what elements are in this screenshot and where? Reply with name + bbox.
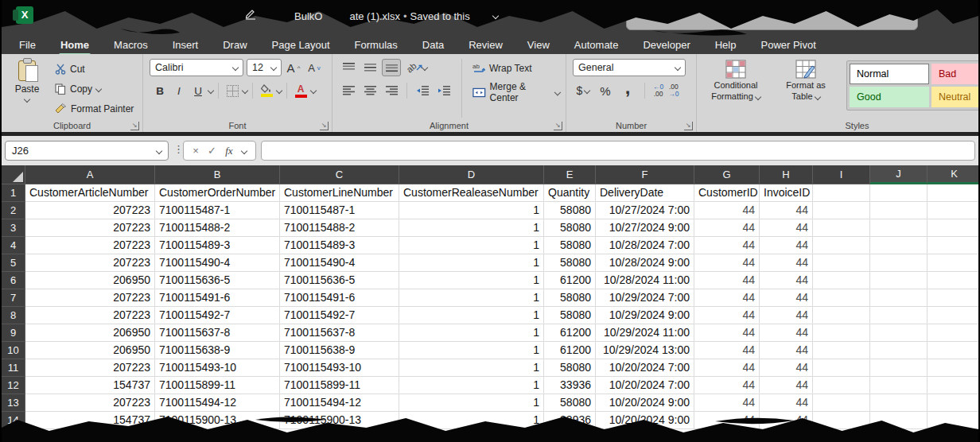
- cell[interactable]: 1: [399, 342, 544, 359]
- cell[interactable]: 206950: [25, 342, 155, 359]
- cell[interactable]: [928, 219, 980, 237]
- cell[interactable]: 207223: [25, 202, 155, 219]
- tab-formulas[interactable]: Formulas: [353, 37, 399, 53]
- conditional-formatting-button[interactable]: Conditional Formatting: [703, 59, 768, 103]
- column-header-b[interactable]: B: [155, 165, 280, 184]
- cell[interactable]: 10/29/2024 9:00: [596, 307, 694, 324]
- tab-power-pivot[interactable]: Power Pivot: [759, 37, 817, 53]
- cell[interactable]: 1: [399, 272, 544, 289]
- cell[interactable]: [928, 272, 980, 289]
- cell[interactable]: 7100115637-8: [280, 324, 399, 342]
- cell[interactable]: 7100115487-1: [280, 202, 399, 219]
- format-as-table-button[interactable]: Format as Table: [773, 59, 838, 103]
- underline-dropdown-chevron-icon[interactable]: [208, 87, 214, 94]
- column-header-e[interactable]: E: [544, 165, 596, 184]
- currency-button[interactable]: $: [574, 82, 592, 99]
- font-size-select[interactable]: 12: [247, 59, 282, 76]
- cell[interactable]: 10/29/2024 11:00: [596, 324, 694, 342]
- cell[interactable]: [870, 219, 928, 237]
- cell[interactable]: 10/29/2024 13:00: [596, 342, 694, 359]
- select-all-corner[interactable]: [2, 165, 25, 184]
- cell[interactable]: 58080: [544, 254, 596, 272]
- cell[interactable]: 58080: [544, 289, 596, 307]
- shrink-font-button[interactable]: Av: [305, 59, 323, 76]
- bold-button[interactable]: B: [151, 82, 169, 99]
- cell[interactable]: 7100115490-4: [280, 254, 399, 272]
- cell[interactable]: CustomerLineNumber: [280, 184, 399, 202]
- tab-page-layout[interactable]: Page Layout: [270, 37, 332, 53]
- cell[interactable]: 1: [399, 237, 544, 254]
- merge-center-button[interactable]: Merge & Center: [470, 83, 562, 102]
- merge-center-chevron-icon[interactable]: [554, 89, 561, 95]
- cell[interactable]: 7100115899-11: [280, 377, 399, 394]
- tab-view[interactable]: View: [526, 37, 551, 53]
- row-header[interactable]: 2: [2, 202, 25, 219]
- cell[interactable]: [928, 184, 980, 202]
- align-center-button[interactable]: [360, 82, 379, 99]
- column-header-i[interactable]: I: [813, 165, 870, 184]
- tab-file[interactable]: File: [18, 37, 37, 53]
- cell[interactable]: 207223: [25, 307, 155, 324]
- cell[interactable]: 58080: [544, 237, 596, 254]
- clipboard-dialog-launcher[interactable]: ↘: [130, 122, 139, 130]
- cell[interactable]: 44: [760, 307, 813, 324]
- tab-insert[interactable]: Insert: [171, 37, 200, 53]
- cell[interactable]: 7100115494-12: [280, 394, 399, 412]
- cell[interactable]: [870, 342, 928, 359]
- cell[interactable]: 207223: [25, 394, 155, 412]
- cell[interactable]: 1: [399, 359, 544, 377]
- cell[interactable]: 1: [399, 324, 544, 342]
- cell[interactable]: [870, 324, 928, 342]
- copy-dropdown-chevron-icon[interactable]: [95, 86, 102, 92]
- cell[interactable]: [813, 412, 870, 429]
- cell[interactable]: 1: [399, 307, 544, 324]
- title-dropdown-chevron-icon[interactable]: [492, 13, 499, 19]
- cell[interactable]: [870, 394, 928, 412]
- cell[interactable]: [813, 237, 870, 254]
- row-header[interactable]: 1: [2, 184, 25, 202]
- decrease-indent-button[interactable]: [413, 82, 432, 99]
- cell[interactable]: [928, 359, 980, 377]
- cell[interactable]: 44: [760, 254, 813, 272]
- cell[interactable]: 44: [694, 359, 760, 377]
- cell[interactable]: [813, 254, 870, 272]
- row-header[interactable]: 3: [2, 219, 25, 237]
- cell[interactable]: 207223: [25, 219, 155, 237]
- fill-color-chevron-icon[interactable]: [276, 87, 282, 94]
- tab-home[interactable]: Home: [59, 37, 91, 53]
- cell[interactable]: 44: [760, 412, 813, 429]
- cell[interactable]: [813, 394, 870, 412]
- cell[interactable]: 206950: [25, 272, 155, 289]
- cell[interactable]: [813, 359, 870, 377]
- cell[interactable]: 207223: [25, 237, 155, 254]
- cell[interactable]: [813, 272, 870, 289]
- cell[interactable]: [813, 219, 870, 237]
- cell[interactable]: 10/27/2024 7:00: [596, 202, 694, 219]
- wrap-text-button[interactable]: ab Wrap Text: [470, 59, 562, 78]
- row-header[interactable]: 5: [2, 254, 25, 272]
- cell[interactable]: 10/20/2024 7:00: [596, 359, 694, 377]
- cell[interactable]: [928, 342, 980, 359]
- cell[interactable]: 7100115493-10: [155, 359, 280, 377]
- cell[interactable]: 7100115900-13: [155, 412, 280, 429]
- enter-button[interactable]: ✓: [208, 145, 216, 157]
- excel-app-icon[interactable]: X: [16, 6, 33, 24]
- cell[interactable]: 7100115900-13: [280, 412, 399, 429]
- font-name-select[interactable]: Calibri: [150, 59, 243, 76]
- cell[interactable]: [928, 377, 980, 394]
- row-header[interactable]: 9: [2, 324, 25, 342]
- cell[interactable]: 7100115638-9: [155, 342, 280, 359]
- cell[interactable]: 1: [399, 412, 544, 429]
- cell[interactable]: CustomerRealeaseNumber: [399, 184, 544, 202]
- row-header[interactable]: 6: [2, 272, 25, 289]
- cell[interactable]: 58080: [544, 359, 596, 377]
- cell[interactable]: 10/28/2024 9:00: [596, 254, 694, 272]
- cell[interactable]: 10/28/2024 7:00: [596, 237, 694, 254]
- cell[interactable]: 44: [694, 237, 760, 254]
- cell[interactable]: [870, 377, 928, 394]
- cell[interactable]: Quantity: [544, 184, 596, 202]
- cell[interactable]: 1: [399, 254, 544, 272]
- tab-macros[interactable]: Macros: [112, 37, 150, 53]
- cell[interactable]: 7100115637-8: [155, 324, 280, 342]
- cell[interactable]: 154737: [25, 412, 155, 429]
